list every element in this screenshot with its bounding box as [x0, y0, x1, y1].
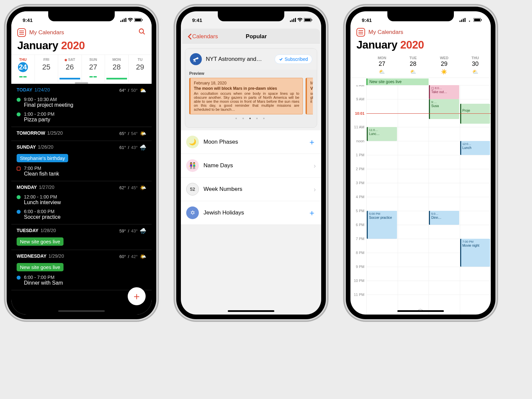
- week-event[interactable]: ◻ 8:0…Take out…: [429, 85, 459, 99]
- wifi-icon: [128, 18, 133, 22]
- battery-icon: [134, 18, 143, 22]
- add-event-button[interactable]: ＋: [128, 287, 146, 305]
- svg-rect-22: [463, 19, 464, 22]
- day-cell[interactable]: THU24: [11, 55, 35, 82]
- status-time: 9:41: [192, 17, 202, 23]
- svg-rect-5: [135, 19, 141, 21]
- event-pill[interactable]: New site goes live: [17, 263, 146, 271]
- wifi-icon: [297, 18, 303, 22]
- event-pill[interactable]: New site goes live: [17, 237, 146, 246]
- calendar-list: 🌙Moon Phases＋👫Name Days›52Week Numbers›✡…: [181, 130, 321, 225]
- week-strip[interactable]: MON27⛅TUE28⛅WED29☀️THU30⛅: [350, 54, 491, 78]
- sheet-title: Popular: [198, 33, 315, 40]
- agenda-section: TUESDAY1/28/20 59°/43° 🌧️New site goes l…: [11, 224, 152, 250]
- subscribed-badge[interactable]: Subscribed: [275, 55, 312, 64]
- home-indicator[interactable]: [58, 310, 105, 312]
- svg-rect-1: [122, 20, 123, 22]
- menu-icon[interactable]: [356, 28, 365, 37]
- event-item[interactable]: 7:00 PMClean fish tank: [17, 166, 146, 177]
- week-strip[interactable]: THU24FRI25◉ SAT26SUN27MON28TU29: [11, 55, 152, 82]
- svg-rect-10: [292, 20, 293, 22]
- day-cell[interactable]: MON28: [105, 55, 128, 82]
- week-event[interactable]: 5:00 PMSoccer practice: [367, 211, 397, 239]
- day-cell[interactable]: ◉ SAT26: [58, 55, 81, 82]
- week-event[interactable]: 5:0…Dinn…: [429, 211, 459, 225]
- month-heading[interactable]: January 2020: [11, 39, 152, 55]
- signal-icon: [290, 18, 296, 22]
- signal-icon: [460, 18, 466, 22]
- status-time: 9:41: [23, 17, 33, 23]
- home-indicator[interactable]: [228, 310, 274, 312]
- phone-subscribe: 9:41 Calendars Popular NYT Astronomy and…: [176, 7, 326, 319]
- month-heading[interactable]: January 2020: [350, 38, 491, 54]
- add-icon[interactable]: ＋: [308, 207, 316, 218]
- day-cell[interactable]: FRI25: [35, 55, 58, 82]
- featured-name[interactable]: NYT Astronomy and…: [206, 56, 271, 63]
- day-cell[interactable]: TU29: [128, 55, 152, 82]
- event-pill[interactable]: Stephanie's birthday: [17, 154, 146, 162]
- svg-rect-17: [196, 57, 199, 60]
- week-event[interactable]: 11:0…Lunc…: [367, 127, 397, 141]
- nav-title[interactable]: My Calendars: [368, 29, 403, 36]
- add-icon[interactable]: ＋: [308, 137, 316, 147]
- day-header[interactable]: MON27⛅: [366, 54, 398, 77]
- week-event[interactable]: 7:00 PMMovie night: [460, 239, 490, 267]
- agenda-section: WEDNESDAY1/29/20 60°/42° 🌤️New site goes…: [11, 250, 152, 290]
- day-header[interactable]: THU30⛅: [460, 54, 491, 77]
- signal-icon: [120, 18, 126, 22]
- page-dots[interactable]: ● ● ● ● ●: [189, 114, 313, 123]
- notch: [387, 11, 454, 21]
- agenda-section: SUNDAY1/26/20 61°/43° 🌧️Stephanie's birt…: [11, 141, 152, 181]
- agenda-list[interactable]: ＋ TODAY1/24/20 64°/50° ⛅9:00 - 10:30 AMF…: [11, 84, 152, 315]
- home-indicator[interactable]: [397, 310, 444, 312]
- chevron-right-icon[interactable]: ›: [314, 186, 316, 193]
- sheet-header: Calendars Popular: [182, 29, 320, 44]
- event-item[interactable]: 6:00 - 8:00 PMSoccer practice: [17, 209, 146, 220]
- day-header[interactable]: WED29☀️: [429, 54, 460, 77]
- search-icon[interactable]: [138, 28, 146, 37]
- week-event[interactable]: 12:0…Lunch: [460, 141, 490, 155]
- day-header[interactable]: TUE28⛅: [398, 54, 429, 77]
- wifi-icon: [467, 18, 472, 22]
- svg-line-8: [143, 33, 145, 35]
- allday-row[interactable]: New site goes live: [366, 78, 491, 85]
- preview-card-peek[interactable]: Ma Ve sun glo it lo: [306, 78, 313, 114]
- event-item[interactable]: 9:00 - 10:30 AMFinal project meeting: [17, 97, 146, 108]
- agenda-section: TOMORROW1/25/20 65°/54° 🌤️: [11, 127, 152, 141]
- svg-rect-15: [312, 19, 312, 21]
- menu-icon[interactable]: [17, 28, 26, 37]
- svg-rect-21: [461, 20, 462, 22]
- week-event[interactable]: Proje: [460, 104, 490, 124]
- svg-rect-9: [290, 21, 291, 22]
- calendar-option[interactable]: 👫Name Days›: [181, 154, 321, 178]
- preview-card[interactable]: February 18, 2020 The moon will block Ma…: [189, 78, 303, 114]
- svg-rect-23: [465, 18, 466, 22]
- event-item[interactable]: 12:00 - 1:00 PMLunch interview: [17, 194, 146, 205]
- event-item[interactable]: 6:00 - 7:00 PMDinner with Sam: [17, 275, 146, 286]
- svg-rect-2: [124, 19, 125, 22]
- preview-label: Preview: [189, 71, 313, 76]
- calendar-option[interactable]: 52Week Numbers›: [181, 178, 321, 201]
- svg-rect-0: [120, 21, 121, 22]
- day-cell[interactable]: SUN27: [81, 55, 105, 82]
- notch: [218, 11, 284, 21]
- battery-icon: [304, 18, 313, 22]
- svg-point-7: [139, 29, 144, 33]
- event-item[interactable]: 1:00 - 2:00 PMPizza party: [17, 111, 146, 123]
- week-event[interactable]: 9:…Susa: [429, 99, 459, 119]
- battery-icon: [473, 18, 482, 22]
- svg-rect-12: [295, 18, 296, 22]
- svg-rect-20: [460, 21, 461, 22]
- calendar-option[interactable]: ✡Jewish Holidays＋: [181, 201, 321, 225]
- status-time: 9:41: [362, 17, 372, 23]
- nav-title[interactable]: My Calendars: [29, 29, 64, 36]
- calendar-option[interactable]: 🌙Moon Phases＋: [181, 130, 321, 154]
- phone-week: 9:41 My Calendars January 2020 MON27⛅TUE…: [346, 7, 495, 319]
- agenda-section: MONDAY1/27/20 62°/45° 🌤️12:00 - 1:00 PML…: [11, 181, 152, 224]
- svg-rect-14: [305, 19, 311, 21]
- chevron-right-icon[interactable]: ›: [314, 162, 316, 170]
- check-icon: [279, 57, 283, 61]
- svg-line-19: [195, 60, 196, 62]
- svg-rect-11: [293, 19, 294, 22]
- week-grid[interactable]: 8 AM9 AM11 AMnoon1 PM2 PM3 PM4 PM5 PM6 P…: [350, 85, 491, 315]
